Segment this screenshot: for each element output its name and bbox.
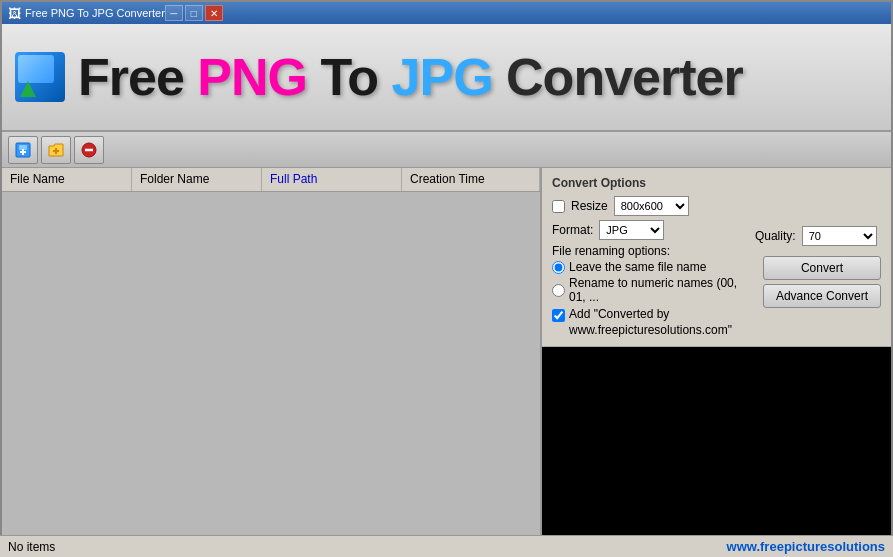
title-bar-text: Free PNG To JPG Converter xyxy=(25,7,165,19)
col-header-creation-time: Creation Time xyxy=(402,168,540,191)
header: Free PNG To JPG Converter xyxy=(2,24,891,132)
close-button[interactable]: ✕ xyxy=(205,5,223,21)
quality-row: Quality: 70 60 80 90 100 50 xyxy=(755,226,881,246)
quality-select[interactable]: 70 60 80 90 100 50 xyxy=(802,226,877,246)
file-list-header: File Name Folder Name Full Path Creation… xyxy=(2,168,540,192)
options-right: Quality: 70 60 80 90 100 50 Convert Adva… xyxy=(755,196,881,338)
resize-checkbox[interactable] xyxy=(552,200,565,213)
add-file-button[interactable] xyxy=(8,136,38,164)
add-converted-checkbox[interactable] xyxy=(552,309,565,322)
status-bar: No items www.freepicturesolutions xyxy=(0,535,893,557)
quality-label: Quality: xyxy=(755,229,796,243)
logo-word-png: PNG xyxy=(197,48,320,106)
radio-numeric-label: Rename to numeric names (00, 01, ... xyxy=(569,276,747,304)
resize-row: Resize 800x600 1024x768 1280x960 640x480… xyxy=(552,196,747,216)
remove-button[interactable] xyxy=(74,136,104,164)
title-bar: 🖼 Free PNG To JPG Converter ─ □ ✕ xyxy=(2,2,891,24)
main-content: File Name Folder Name Full Path Creation… xyxy=(2,168,891,537)
col-header-full-path: Full Path xyxy=(262,168,402,191)
convert-options: Convert Options Resize 800x600 1024x768 … xyxy=(542,168,891,347)
maximize-button[interactable]: □ xyxy=(185,5,203,21)
status-no-items: No items xyxy=(8,540,548,554)
preview-area xyxy=(542,347,891,537)
convert-button[interactable]: Convert xyxy=(763,256,881,280)
radio-same-row: Leave the same file name xyxy=(552,260,747,274)
radio-same[interactable] xyxy=(552,261,565,274)
right-panel: Convert Options Resize 800x600 1024x768 … xyxy=(542,168,891,537)
add-converted-row: Add "Converted by www.freepicturesolutio… xyxy=(552,307,747,338)
logo-word-converter: Converter xyxy=(506,48,743,106)
title-bar-icon: 🖼 xyxy=(8,6,21,21)
logo-icon xyxy=(12,49,68,105)
logo-word-to: To xyxy=(320,48,391,106)
format-label: Format: xyxy=(552,223,593,237)
col-header-file-name: File Name xyxy=(2,168,132,191)
resize-select[interactable]: 800x600 1024x768 1280x960 640x480 Origin… xyxy=(614,196,689,216)
toolbar xyxy=(2,132,891,168)
options-grid: Resize 800x600 1024x768 1280x960 640x480… xyxy=(552,196,881,338)
format-select[interactable]: JPG PNG BMP xyxy=(599,220,664,240)
logo-word-free: Free xyxy=(78,48,197,106)
add-converted-label: Add "Converted by www.freepicturesolutio… xyxy=(569,307,747,338)
convert-options-title: Convert Options xyxy=(552,176,881,190)
add-folder-button[interactable] xyxy=(41,136,71,164)
window-controls: ─ □ ✕ xyxy=(165,5,223,21)
file-renaming-label: File renaming options: xyxy=(552,244,747,258)
file-panel: File Name Folder Name Full Path Creation… xyxy=(2,168,542,537)
resize-label: Resize xyxy=(571,199,608,213)
col-header-folder-name: Folder Name xyxy=(132,168,262,191)
minimize-button[interactable]: ─ xyxy=(165,5,183,21)
file-list-body xyxy=(2,192,540,537)
radio-numeric[interactable] xyxy=(552,284,565,297)
radio-numeric-row: Rename to numeric names (00, 01, ... xyxy=(552,276,747,304)
logo-word-jpg: JPG xyxy=(392,48,507,106)
format-row: Format: JPG PNG BMP xyxy=(552,220,747,240)
advance-convert-button[interactable]: Advance Convert xyxy=(763,284,881,308)
options-left: Resize 800x600 1024x768 1280x960 640x480… xyxy=(552,196,747,338)
logo-title: Free PNG To JPG Converter xyxy=(78,51,743,103)
convert-buttons: Convert Advance Convert xyxy=(763,256,881,308)
status-website: www.freepicturesolutions xyxy=(548,539,885,554)
radio-same-label: Leave the same file name xyxy=(569,260,706,274)
